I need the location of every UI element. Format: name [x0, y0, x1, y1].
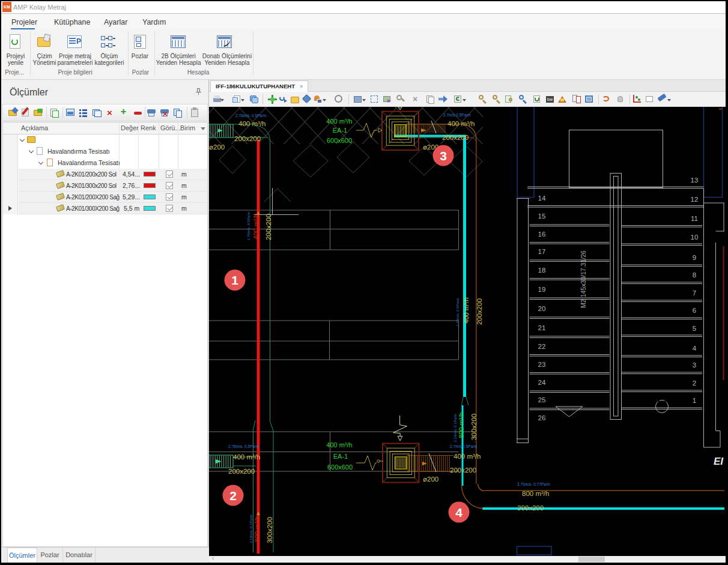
svg-text:EA-1: EA-1 [333, 127, 347, 134]
svg-text:2.7m/s 0.5Pa/m: 2.7m/s 0.5Pa/m [450, 444, 478, 449]
svg-text:18: 18 [538, 267, 546, 274]
svg-text:3.70m/s- 0.77Pa/m: 3.70m/s- 0.77Pa/m [517, 482, 550, 486]
svg-text:EA-1: EA-1 [333, 453, 348, 460]
svg-text:400 m³/h: 400 m³/h [326, 118, 352, 125]
svg-text:400 m³/h: 400 m³/h [447, 120, 475, 127]
svg-text:400 m³/h: 400 m³/h [463, 297, 470, 323]
svg-text:3: 3 [693, 361, 696, 369]
svg-text:9: 9 [693, 254, 696, 261]
svg-text:2.78m/s- 0.5Pa/m: 2.78m/s- 0.5Pa/m [228, 444, 259, 449]
svg-text:20: 20 [538, 305, 546, 312]
svg-text:200x200: 200x200 [234, 135, 261, 142]
svg-text:7: 7 [693, 289, 696, 297]
svg-text:800 m³/h: 800 m³/h [458, 412, 465, 438]
svg-text:14: 14 [538, 195, 546, 202]
svg-text:400 m³/h: 400 m³/h [233, 453, 260, 461]
svg-text:3.10m/s- 0.1Pa/m: 3.10m/s- 0.1Pa/m [249, 515, 253, 543]
svg-text:600x600: 600x600 [327, 137, 352, 144]
svg-text:ø200: ø200 [209, 144, 225, 151]
svg-text:200x200: 200x200 [228, 468, 255, 475]
svg-text:EI: EI [714, 456, 724, 467]
svg-text:3: 3 [440, 149, 447, 163]
svg-text:1: 1 [693, 397, 696, 404]
svg-text:4: 4 [455, 506, 463, 519]
svg-text:2.7m/s 0.5Pa/m: 2.7m/s 0.5Pa/m [443, 113, 471, 117]
svg-text:23: 23 [538, 361, 546, 368]
svg-text:800 m³/h: 800 m³/h [522, 490, 549, 497]
svg-text:300x200: 300x200 [266, 517, 273, 543]
svg-text:3.10m/s- 0.1Pa/m: 3.10m/s- 0.1Pa/m [453, 414, 457, 442]
svg-text:25: 25 [538, 396, 546, 403]
svg-text:12: 12 [691, 196, 699, 203]
svg-text:M2 145x30/17.31/26: M2 145x30/17.31/26 [580, 250, 587, 308]
svg-text:4: 4 [693, 345, 697, 352]
svg-text:400 m³/h: 400 m³/h [326, 441, 352, 449]
svg-text:6: 6 [693, 307, 696, 314]
svg-text:17: 17 [538, 248, 546, 255]
svg-text:ø200: ø200 [423, 476, 438, 483]
svg-text:200x200: 200x200 [450, 467, 476, 474]
svg-text:300x200: 300x200 [470, 414, 478, 440]
svg-text:2.78m/s- 0.5Pa/m: 2.78m/s- 0.5Pa/m [456, 298, 460, 326]
svg-text:800 m³/h: 800 m³/h [253, 516, 261, 542]
svg-text:10: 10 [691, 234, 699, 241]
svg-text:26: 26 [538, 414, 546, 421]
svg-text:2: 2 [229, 489, 237, 503]
svg-text:19: 19 [538, 286, 546, 293]
svg-text:15: 15 [538, 213, 546, 220]
svg-text:600x600: 600x600 [327, 464, 353, 471]
svg-text:300x200: 300x200 [517, 504, 544, 512]
svg-text:400 m³/h: 400 m³/h [238, 120, 265, 127]
svg-text:1: 1 [231, 273, 238, 287]
svg-text:8: 8 [693, 271, 696, 279]
svg-text:22: 22 [538, 343, 546, 350]
svg-text:11: 11 [691, 215, 698, 222]
svg-text:13: 13 [691, 177, 699, 184]
svg-text:400 m³/h: 400 m³/h [453, 453, 481, 460]
svg-text:200x200: 200x200 [442, 134, 469, 141]
svg-text:2: 2 [693, 379, 696, 387]
svg-text:200x200: 200x200 [476, 298, 483, 325]
svg-text:16: 16 [538, 231, 546, 238]
svg-text:2.78m/s- 0.5Pa/m: 2.78m/s- 0.5Pa/m [247, 212, 250, 240]
svg-text:5: 5 [693, 325, 696, 332]
svg-text:21: 21 [538, 324, 546, 331]
svg-text:24: 24 [538, 379, 546, 386]
svg-text:2.78m/s- 0.5Pa/m: 2.78m/s- 0.5Pa/m [235, 113, 266, 118]
svg-text:400 m³/h: 400 m³/h [252, 213, 259, 239]
svg-text:200x200: 200x200 [265, 214, 272, 240]
